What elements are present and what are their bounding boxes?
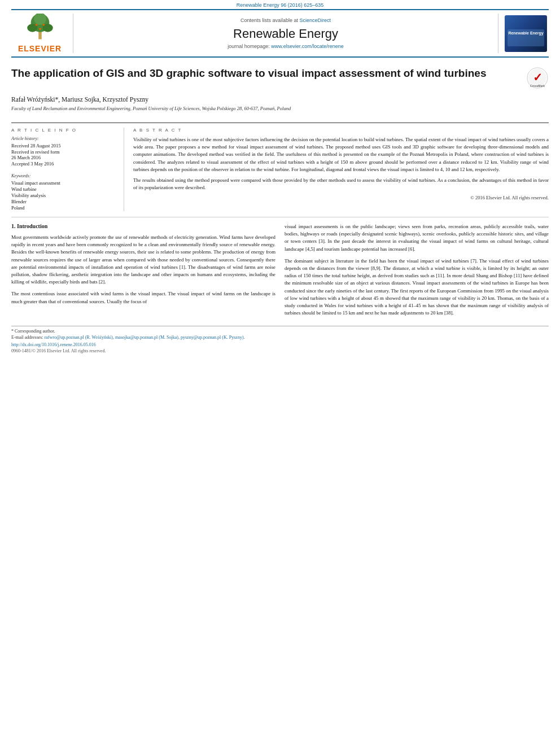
journal-header: ELSEVIER Contents lists available at Sci…: [11, 9, 549, 58]
revised-date: Received in revised form 26 March 2016: [11, 149, 117, 160]
paper-title: The application of GIS and 3D graphic so…: [11, 67, 549, 89]
email-label: E-mail addresses:: [11, 335, 43, 340]
keyword-2: Wind turbine: [11, 186, 117, 192]
renewable-energy-badge: Renewable Energy: [505, 15, 547, 52]
keywords-label: Keywords:: [11, 173, 117, 178]
article-info-label: A R T I C L E I N F O: [11, 128, 117, 133]
elsevier-logo: ELSEVIER: [11, 14, 73, 53]
right-content-column: visual impact assessments is on the publ…: [285, 223, 549, 321]
journal-reference: Renewable Energy 96 (2016) 625–635: [0, 0, 560, 9]
paper-section: The application of GIS and 3D graphic so…: [11, 58, 549, 123]
left-content-column: 1. Introduction Most governments worldwi…: [11, 223, 275, 321]
main-content: 1. Introduction Most governments worldwi…: [11, 223, 549, 321]
journal-logo-right: Renewable Energy: [498, 14, 549, 53]
intro-para-1: Most governments worldwide actively prom…: [11, 234, 275, 286]
svg-point-6: [42, 24, 45, 26]
crossmark-icon[interactable]: ✓ CrossMark: [526, 67, 549, 89]
keyword-1: Visual impact assessment: [11, 180, 117, 186]
svg-text:CrossMark: CrossMark: [530, 84, 545, 88]
keyword-3: Visibility analysis: [11, 193, 117, 198]
abstract-label: A B S T R A C T: [133, 128, 549, 133]
svg-text:✓: ✓: [533, 71, 542, 84]
copyright-line: © 2016 Elsevier Ltd. All rights reserved…: [133, 195, 549, 200]
homepage-link[interactable]: www.elsevier.com/locate/renene: [271, 43, 344, 49]
keyword-4: Blender: [11, 199, 117, 204]
right-para-1: visual impact assessments is on the publ…: [285, 223, 549, 253]
issn-line: 0960-1481/© 2016 Elsevier Ltd. All right…: [11, 348, 549, 353]
email-list: rafwro@up.poznan.pl (R. Wróżyński), maso…: [45, 335, 245, 340]
article-history-label: Article history:: [11, 136, 117, 141]
article-info-abstract-section: A R T I C L E I N F O Article history: R…: [11, 123, 549, 211]
intro-body-text: Most governments worldwide actively prom…: [11, 234, 275, 305]
doi-line[interactable]: http://dx.doi.org/10.1016/j.renene.2016.…: [11, 342, 549, 347]
abstract-para-1: Visibility of wind turbines is one of th…: [133, 136, 549, 173]
svg-rect-0: [38, 32, 41, 40]
svg-point-5: [35, 24, 37, 26]
journal-name-title: Renewable Energy: [233, 27, 338, 41]
svg-point-7: [39, 28, 41, 30]
homepage-line: journal homepage: www.elsevier.com/locat…: [228, 43, 344, 49]
keyword-5: Poland: [11, 205, 117, 211]
right-body-text: visual impact assessments is on the publ…: [285, 223, 549, 317]
corresponding-author-note: * Corresponding author.: [11, 329, 549, 334]
sciencedirect-link[interactable]: ScienceDirect: [300, 18, 331, 23]
abstract-para-2: The results obtained using the method pr…: [133, 177, 549, 191]
elsevier-tree-icon: [20, 14, 60, 42]
journal-title-center: Contents lists available at ScienceDirec…: [73, 14, 498, 53]
abstract-column: A B S T R A C T Visibility of wind turbi…: [133, 128, 549, 211]
authors-line: Rafał Wróżyński*, Mariusz Sojka, Krzyszt…: [11, 96, 549, 103]
affiliation-line: Faculty of Land Reclamation and Environm…: [11, 106, 549, 111]
abstract-text: Visibility of wind turbines is one of th…: [133, 136, 549, 191]
paper-title-text: The application of GIS and 3D graphic so…: [11, 67, 526, 81]
email-addresses-line: E-mail addresses: rafwro@up.poznan.pl (R…: [11, 335, 549, 340]
elsevier-wordmark: ELSEVIER: [18, 44, 62, 53]
footnote-section: * Corresponding author. E-mail addresses…: [11, 326, 549, 353]
section-divider: [11, 217, 549, 217]
accepted-date: Accepted 3 May 2016: [11, 161, 117, 167]
article-info-column: A R T I C L E I N F O Article history: R…: [11, 128, 124, 211]
sciencedirect-line: Contents lists available at ScienceDirec…: [240, 18, 331, 23]
intro-para-2: The most contentious issue associated wi…: [11, 290, 275, 305]
intro-heading: 1. Introduction: [11, 223, 275, 229]
right-para-2: The dominant subject in literature in th…: [285, 257, 549, 317]
received-date: Received 28 August 2015: [11, 143, 117, 148]
